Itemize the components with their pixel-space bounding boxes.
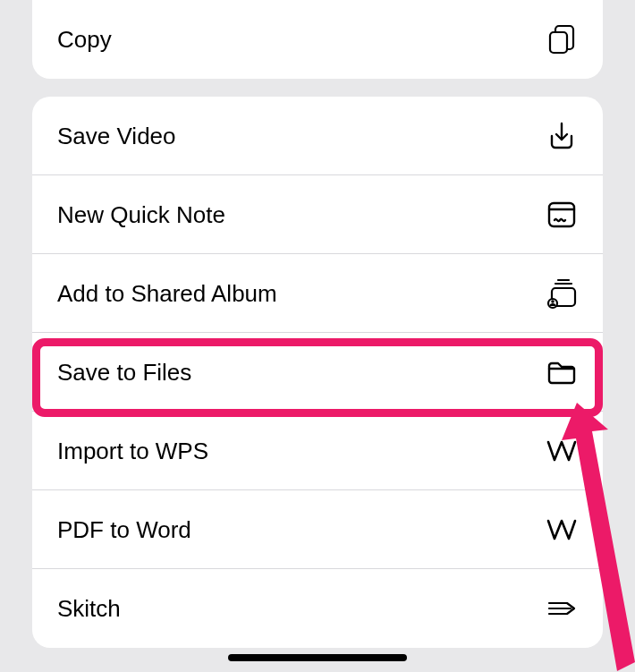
menu-item-skitch[interactable]: Skitch	[32, 569, 603, 648]
menu-group-2: Save Video New Quick Note Add to Sha	[32, 97, 603, 648]
menu-group-1: Copy	[32, 0, 603, 79]
menu-label-copy: Copy	[57, 26, 112, 54]
menu-item-add-to-shared-album[interactable]: Add to Shared Album	[32, 254, 603, 333]
menu-item-save-video[interactable]: Save Video	[32, 97, 603, 175]
download-icon	[546, 120, 578, 152]
wps-icon	[546, 514, 578, 546]
menu-label-save-to-files: Save to Files	[57, 359, 191, 387]
menu-item-import-to-wps[interactable]: Import to WPS	[32, 412, 603, 490]
shared-album-icon	[546, 277, 578, 310]
menu-item-copy[interactable]: Copy	[32, 0, 603, 79]
svg-rect-1	[549, 203, 574, 226]
menu-label-pdf-to-word: PDF to Word	[57, 516, 191, 544]
wps-icon	[546, 435, 578, 467]
menu-item-save-to-files[interactable]: Save to Files	[32, 333, 603, 412]
folder-icon	[546, 356, 578, 388]
menu-label-add-to-shared-album: Add to Shared Album	[57, 280, 277, 308]
home-indicator[interactable]	[228, 654, 407, 661]
menu-label-save-video: Save Video	[57, 123, 176, 150]
share-sheet: Copy Save Video New Quick Note	[0, 0, 635, 648]
svg-rect-0	[550, 32, 567, 53]
menu-label-skitch: Skitch	[57, 595, 121, 623]
skitch-icon	[546, 592, 578, 625]
copy-icon	[546, 23, 578, 55]
quicknote-icon	[546, 199, 578, 231]
menu-label-import-to-wps: Import to WPS	[57, 438, 208, 465]
menu-item-pdf-to-word[interactable]: PDF to Word	[32, 490, 603, 569]
menu-item-new-quick-note[interactable]: New Quick Note	[32, 175, 603, 254]
svg-point-7	[551, 300, 555, 303]
menu-label-new-quick-note: New Quick Note	[57, 201, 225, 229]
